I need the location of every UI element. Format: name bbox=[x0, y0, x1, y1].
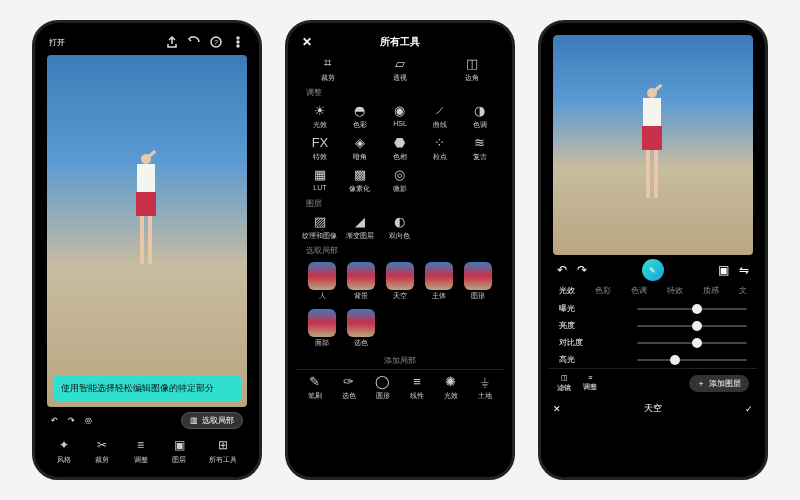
basics-row: ⌗裁剪 ▱透视 ◫边角 bbox=[296, 53, 504, 85]
compare-icon[interactable]: ▣ bbox=[718, 263, 729, 277]
undo-icon[interactable] bbox=[187, 35, 201, 49]
brush-icon: ✎ bbox=[309, 374, 320, 389]
curves-icon: ⟋ bbox=[433, 102, 446, 118]
svg-text:?: ? bbox=[214, 39, 218, 46]
screen: 打开 ? 使用智能选择轻松编辑图像的特定部分 ↶ ↷ ◎ ▥ 选取局部 ✦风格 … bbox=[43, 31, 251, 469]
subject-figure bbox=[131, 154, 161, 274]
grain-icon: ⁘ bbox=[434, 134, 445, 150]
thumb-row-2: 面部 选色 bbox=[296, 305, 504, 352]
bottom-bar: ◫滤镜 ≡调整 ＋ 添加图层 bbox=[549, 368, 757, 398]
tool-duotone[interactable]: ◐双向色 bbox=[382, 213, 418, 241]
tool-texture[interactable]: ▨纹理和图像 bbox=[302, 213, 338, 241]
tool-layers[interactable]: ▣图层 bbox=[171, 437, 187, 465]
tool-lut[interactable]: ▦LUT bbox=[302, 166, 338, 194]
slider-track[interactable] bbox=[637, 325, 747, 327]
tool-vignette[interactable]: ◈暗角 bbox=[342, 134, 378, 162]
tool-style[interactable]: ✦风格 bbox=[56, 437, 72, 465]
thumb-colorpick[interactable]: 选色 bbox=[345, 309, 378, 348]
tool-corner[interactable]: ◫边角 bbox=[446, 55, 498, 83]
fx-icon: FX bbox=[312, 134, 329, 150]
tab-tone[interactable]: 色调 bbox=[631, 285, 647, 296]
thumb-subject[interactable]: 主体 bbox=[422, 262, 455, 301]
photo-canvas[interactable]: 使用智能选择轻松编辑图像的特定部分 bbox=[47, 55, 247, 407]
photo-canvas[interactable] bbox=[553, 35, 753, 255]
undo-icon[interactable]: ↶ bbox=[557, 263, 567, 277]
lut-icon: ▦ bbox=[314, 166, 326, 182]
brush-toggle[interactable]: ✎ bbox=[642, 259, 664, 281]
share-icon[interactable] bbox=[165, 35, 179, 49]
history-bar: ↶ ↷ ◎ ▥ 选取局部 bbox=[43, 409, 251, 431]
tab-color[interactable]: 色彩 bbox=[595, 285, 611, 296]
close-icon[interactable]: ✕ bbox=[302, 35, 312, 49]
blur-icon: ◎ bbox=[394, 166, 405, 182]
thumb-sky[interactable]: 天空 bbox=[384, 262, 417, 301]
layers-row: ▨纹理和图像 ◢渐变图层 ◐双向色 bbox=[296, 211, 504, 243]
tab-fx[interactable]: 特效 bbox=[667, 285, 683, 296]
tool-hue[interactable]: ⬣色相 bbox=[382, 134, 418, 162]
slider-track[interactable] bbox=[637, 359, 747, 361]
tool-pixelate[interactable]: ▩像素化 bbox=[342, 166, 378, 194]
tool-curves[interactable]: ⟋曲线 bbox=[422, 102, 458, 130]
thumb-shape[interactable]: 图形 bbox=[461, 262, 494, 301]
svg-point-3 bbox=[237, 41, 239, 43]
tool-adjust[interactable]: ≡调整 bbox=[133, 437, 149, 465]
tool-crop[interactable]: ⌗裁剪 bbox=[302, 55, 354, 83]
tool-radial[interactable]: ◯圆形 bbox=[366, 374, 400, 399]
more-icon[interactable] bbox=[231, 35, 245, 49]
hsl-icon: ◉ bbox=[394, 102, 405, 118]
tool-linear[interactable]: ≡线性 bbox=[400, 374, 434, 399]
tool-ground[interactable]: ⏚土地 bbox=[468, 374, 502, 399]
thumb-background[interactable]: 背景 bbox=[345, 262, 378, 301]
undo-icon[interactable]: ↶ bbox=[51, 416, 58, 425]
tool-filter[interactable]: ◫滤镜 bbox=[557, 374, 571, 393]
crop-icon: ✂ bbox=[94, 437, 110, 453]
tool-fx[interactable]: FX特效 bbox=[302, 134, 338, 162]
tool-brush[interactable]: ✎笔刷 bbox=[298, 374, 332, 399]
texture-icon: ▨ bbox=[314, 213, 326, 229]
footer-title: 天空 bbox=[644, 402, 662, 415]
grid-icon: ⊞ bbox=[215, 437, 231, 453]
cancel-icon[interactable]: ✕ bbox=[553, 404, 561, 414]
help-icon[interactable]: ? bbox=[209, 35, 223, 49]
chip-label: 选取局部 bbox=[202, 415, 234, 426]
tool-retro[interactable]: ≋复古 bbox=[462, 134, 498, 162]
flip-icon[interactable]: ⇋ bbox=[739, 263, 749, 277]
thumb-face[interactable]: 面部 bbox=[306, 309, 339, 348]
tool-color[interactable]: ◓色彩 bbox=[342, 102, 378, 130]
slider-track[interactable] bbox=[637, 342, 747, 344]
slider-track[interactable] bbox=[637, 308, 747, 310]
footer-bar: ✕ 天空 ✓ bbox=[549, 398, 757, 419]
light-icon: ✺ bbox=[445, 374, 456, 389]
tool-tone[interactable]: ◑色调 bbox=[462, 102, 498, 130]
tool-gradient[interactable]: ◢渐变图层 bbox=[342, 213, 378, 241]
circle-icon: ◯ bbox=[375, 374, 390, 389]
screen: ✕ 所有工具 ⌗裁剪 ▱透视 ◫边角 调整 ☀光效 ◓色彩 ◉HSL ⟋曲线 ◑… bbox=[296, 31, 504, 469]
tool-perspective[interactable]: ▱透视 bbox=[374, 55, 426, 83]
tool-grain[interactable]: ⁘粒点 bbox=[422, 134, 458, 162]
tool-all[interactable]: ⊞所有工具 bbox=[209, 437, 237, 465]
redo-icon[interactable]: ↷ bbox=[68, 416, 75, 425]
thumb-person[interactable]: 人 bbox=[306, 262, 339, 301]
tab-text[interactable]: 文 bbox=[739, 285, 747, 296]
tab-light[interactable]: 光效 bbox=[559, 285, 575, 296]
tool-crop[interactable]: ✂裁剪 bbox=[94, 437, 110, 465]
tool-light[interactable]: ☀光效 bbox=[302, 102, 338, 130]
tab-texture[interactable]: 质感 bbox=[703, 285, 719, 296]
tool-lightfx[interactable]: ✺光效 bbox=[434, 374, 468, 399]
add-layer-chip[interactable]: ＋ 添加图层 bbox=[689, 375, 749, 392]
svg-point-4 bbox=[237, 45, 239, 47]
redo-icon[interactable]: ↷ bbox=[577, 263, 587, 277]
slider-brightness: 亮度 bbox=[549, 317, 757, 334]
phone-adjust-panel: ↶ ↷ ✎ ▣ ⇋ 光效 色彩 色调 特效 质感 文 曝光 亮度 对比度 高光 … bbox=[538, 20, 768, 480]
tool-adjust[interactable]: ≡调整 bbox=[583, 374, 597, 393]
open-button[interactable]: 打开 bbox=[49, 37, 65, 48]
panel-title: 所有工具 bbox=[380, 35, 420, 49]
confirm-icon[interactable]: ✓ bbox=[745, 404, 753, 414]
tool-picker[interactable]: ✑选色 bbox=[332, 374, 366, 399]
tool-hsl[interactable]: ◉HSL bbox=[382, 102, 418, 130]
slider-label: 高光 bbox=[559, 354, 575, 365]
tool-miniature[interactable]: ◎微影 bbox=[382, 166, 418, 194]
phone-all-tools: ✕ 所有工具 ⌗裁剪 ▱透视 ◫边角 调整 ☀光效 ◓色彩 ◉HSL ⟋曲线 ◑… bbox=[285, 20, 515, 480]
compare-icon[interactable]: ◎ bbox=[85, 416, 92, 425]
select-local-chip[interactable]: ▥ 选取局部 bbox=[181, 412, 243, 429]
